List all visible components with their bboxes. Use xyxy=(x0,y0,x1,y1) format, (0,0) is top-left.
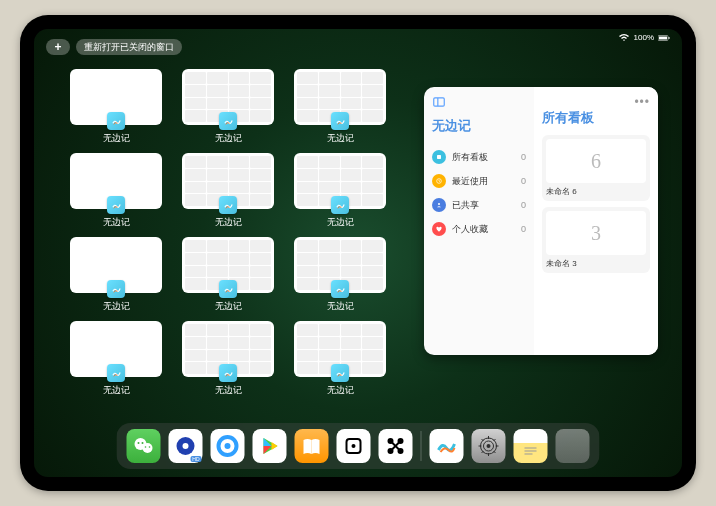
dock-notes[interactable] xyxy=(514,429,548,463)
board-thumb: 3 xyxy=(546,211,646,255)
nav-count: 0 xyxy=(521,152,526,162)
nav-count: 0 xyxy=(521,200,526,210)
board-name: 未命名 3 xyxy=(546,258,646,269)
dock-freeform[interactable] xyxy=(430,429,464,463)
panel-sidebar: 无边记 所有看板0最近使用0已共享0个人收藏0 xyxy=(424,87,534,355)
svg-rect-1 xyxy=(659,36,667,39)
window-label: 无边记 xyxy=(103,300,130,313)
window-thumbnail[interactable]: 无边记 xyxy=(70,69,162,145)
window-label: 无边记 xyxy=(327,300,354,313)
freeform-app-icon xyxy=(331,196,349,214)
screen: 100% + 重新打开已关闭的窗口 无边记无边记无边记无边记无边记无边记无边记无… xyxy=(34,29,682,477)
freeform-app-icon xyxy=(331,112,349,130)
reopen-label: 重新打开已关闭的窗口 xyxy=(84,41,174,54)
nav-icon xyxy=(432,222,446,236)
status-bar: 100% xyxy=(618,33,670,42)
dock-dice[interactable] xyxy=(337,429,371,463)
svg-point-9 xyxy=(143,443,153,453)
svg-point-11 xyxy=(142,442,144,444)
window-thumbnail[interactable]: 无边记 xyxy=(294,237,386,313)
window-label: 无边记 xyxy=(103,384,130,397)
battery-icon xyxy=(658,34,670,42)
svg-point-28 xyxy=(487,444,491,448)
window-thumbnail[interactable]: 无边记 xyxy=(182,153,274,229)
window-label: 无边记 xyxy=(215,384,242,397)
window-thumbnail[interactable]: 无边记 xyxy=(70,321,162,397)
freeform-app-icon xyxy=(107,112,125,130)
dock-browser-hd[interactable]: HD xyxy=(169,429,203,463)
window-thumbnail[interactable]: 无边记 xyxy=(182,237,274,313)
topbar: + 重新打开已关闭的窗口 xyxy=(46,39,182,55)
freeform-app-icon xyxy=(219,196,237,214)
svg-line-33 xyxy=(482,439,484,441)
dock-play-store[interactable] xyxy=(253,429,287,463)
nav-item[interactable]: 已共享0 xyxy=(432,193,526,217)
panel-main: ••• 所有看板 6未命名 63未命名 3 xyxy=(534,87,658,355)
panel-left-title: 无边记 xyxy=(432,117,526,135)
reopen-closed-window-chip[interactable]: 重新打开已关闭的窗口 xyxy=(76,39,182,55)
svg-rect-2 xyxy=(669,37,670,39)
hd-badge: HD xyxy=(190,456,201,462)
nav-label: 最近使用 xyxy=(452,175,488,188)
nav-label: 已共享 xyxy=(452,199,479,212)
window-label: 无边记 xyxy=(327,216,354,229)
sidebar-toggle-icon[interactable] xyxy=(432,95,446,109)
plus-icon: + xyxy=(54,40,61,54)
freeform-app-icon xyxy=(107,364,125,382)
new-window-button[interactable]: + xyxy=(46,39,70,55)
board-name: 未命名 6 xyxy=(546,186,646,197)
dock-wechat[interactable] xyxy=(127,429,161,463)
window-label: 无边记 xyxy=(215,216,242,229)
board-thumb: 6 xyxy=(546,139,646,183)
freeform-app-icon xyxy=(219,112,237,130)
freeform-app-icon xyxy=(331,364,349,382)
dock-connect[interactable] xyxy=(379,429,413,463)
nav-label: 个人收藏 xyxy=(452,223,488,236)
window-thumbnail[interactable]: 无边记 xyxy=(70,153,162,229)
dock-app-folder[interactable] xyxy=(556,429,590,463)
nav-item[interactable]: 最近使用0 xyxy=(432,169,526,193)
svg-point-15 xyxy=(183,443,189,449)
window-thumbnail[interactable]: 无边记 xyxy=(294,321,386,397)
svg-line-35 xyxy=(494,439,496,441)
freeform-app-icon xyxy=(107,196,125,214)
nav-icon xyxy=(432,198,446,212)
nav-label: 所有看板 xyxy=(452,151,488,164)
freeform-app-icon xyxy=(219,364,237,382)
freeform-panel[interactable]: 无边记 所有看板0最近使用0已共享0个人收藏0 ••• 所有看板 6未命名 63… xyxy=(424,87,658,355)
nav-icon xyxy=(432,150,446,164)
nav-count: 0 xyxy=(521,224,526,234)
dock-divider xyxy=(421,431,422,461)
nav-item[interactable]: 所有看板0 xyxy=(432,145,526,169)
dock-books[interactable] xyxy=(295,429,329,463)
window-thumbnail[interactable]: 无边记 xyxy=(294,69,386,145)
freeform-app-icon xyxy=(219,280,237,298)
board-card[interactable]: 6未命名 6 xyxy=(542,135,650,201)
dock-settings[interactable] xyxy=(472,429,506,463)
freeform-app-icon xyxy=(331,280,349,298)
window-label: 无边记 xyxy=(327,132,354,145)
window-grid: 无边记无边记无边记无边记无边记无边记无边记无边记无边记无边记无边记无边记 xyxy=(70,69,400,397)
nav-count: 0 xyxy=(521,176,526,186)
window-thumbnail[interactable]: 无边记 xyxy=(294,153,386,229)
svg-line-36 xyxy=(482,451,484,453)
svg-point-19 xyxy=(352,444,356,448)
window-label: 无边记 xyxy=(215,132,242,145)
more-icon[interactable]: ••• xyxy=(634,95,650,109)
ipad-frame: 100% + 重新打开已关闭的窗口 无边记无边记无边记无边记无边记无边记无边记无… xyxy=(20,15,696,491)
svg-rect-3 xyxy=(434,98,445,106)
svg-point-7 xyxy=(438,203,440,205)
window-thumbnail[interactable]: 无边记 xyxy=(182,69,274,145)
svg-point-12 xyxy=(145,446,147,448)
svg-point-13 xyxy=(149,446,151,448)
svg-rect-5 xyxy=(437,155,441,159)
nav-item[interactable]: 个人收藏0 xyxy=(432,217,526,241)
dock-browser[interactable] xyxy=(211,429,245,463)
board-card[interactable]: 3未命名 3 xyxy=(542,207,650,273)
window-label: 无边记 xyxy=(327,384,354,397)
battery-text: 100% xyxy=(634,33,654,42)
window-thumbnail[interactable]: 无边记 xyxy=(182,321,274,397)
panel-right-title: 所有看板 xyxy=(542,109,650,127)
window-thumbnail[interactable]: 无边记 xyxy=(70,237,162,313)
window-label: 无边记 xyxy=(215,300,242,313)
